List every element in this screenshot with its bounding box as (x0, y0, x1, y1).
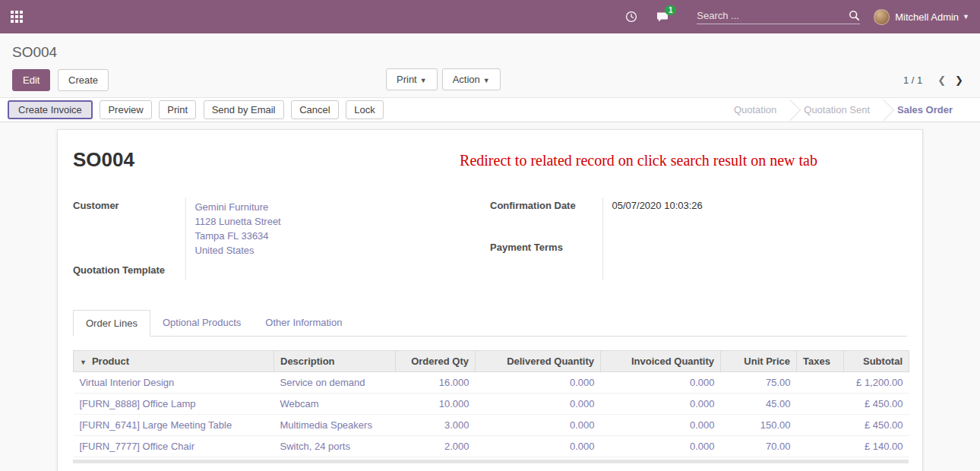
payment-terms-value (602, 239, 907, 281)
chevron-down-icon: ▼ (483, 77, 490, 84)
breadcrumb-title: SO004 (12, 44, 57, 60)
control-panel: Edit Create Print▼ Action▼ 1 / 1 ❮ ❯ (0, 67, 980, 97)
unit-price-cell: 70.00 (721, 436, 797, 457)
subtotal-cell: £ 450.00 (844, 415, 909, 436)
taxes-cell (797, 394, 844, 415)
product-cell[interactable]: [FURN_6741] Large Meeting Table (74, 415, 274, 436)
left-field-group: Customer Gemini Furniture 1128 Lunetta S… (73, 198, 490, 280)
activities-clock-icon[interactable] (625, 11, 637, 23)
table-row[interactable]: [FURN_7777] Office Chair Switch, 24 port… (74, 436, 909, 457)
breadcrumb: SO004 (0, 33, 980, 67)
tab-optional-products[interactable]: Optional Products (150, 310, 253, 337)
ordered-qty-cell: 2.000 (396, 436, 476, 457)
quotation-template-value (185, 262, 490, 280)
subtotal-cell: £ 1,200.00 (844, 372, 909, 394)
description-cell[interactable]: Service on demand (274, 372, 396, 394)
invoiced-qty-cell: 0.000 (601, 415, 721, 436)
stage-sales-order[interactable]: Sales Order (885, 104, 965, 115)
invoiced-qty-cell: 0.000 (601, 394, 721, 415)
delivered-qty-cell: 0.000 (476, 394, 601, 415)
user-menu[interactable]: Mitchell Admin ▼ (874, 9, 969, 25)
global-search (697, 10, 860, 24)
print-menu-label: Print (397, 74, 417, 85)
stage-quotation-sent[interactable]: Quotation Sent (792, 104, 882, 115)
column-header-subtotal[interactable]: Subtotal (844, 351, 909, 372)
description-cell[interactable]: Switch, 24 ports (274, 436, 396, 457)
ordered-qty-cell: 16.000 (396, 372, 476, 394)
print-menu-button[interactable]: Print▼ (386, 68, 438, 90)
table-row[interactable]: Virtual Interior Design Service on deman… (74, 372, 909, 394)
column-header-unit-price[interactable]: Unit Price (721, 351, 797, 372)
ordered-qty-cell: 3.000 (396, 415, 476, 436)
payment-terms-label: Payment Terms (490, 239, 602, 281)
messages-icon[interactable]: 1 (656, 11, 669, 23)
avatar (874, 9, 890, 25)
delivered-qty-cell: 0.000 (476, 415, 601, 436)
print-button[interactable]: Print (159, 100, 196, 119)
column-header-ordered-qty[interactable]: Ordered Qty (396, 351, 476, 372)
table-row[interactable]: [FURN_6741] Large Meeting Table Multimed… (74, 415, 909, 436)
status-pipeline: Quotation Quotation Sent Sales Order (722, 98, 980, 122)
send-by-email-button[interactable]: Send by Email (204, 100, 284, 119)
tab-order-lines[interactable]: Order Lines (73, 310, 150, 337)
unit-price-cell: 75.00 (721, 372, 797, 394)
preview-button[interactable]: Preview (100, 100, 151, 119)
invoiced-qty-cell: 0.000 (601, 372, 721, 394)
customer-name-link[interactable]: Gemini Furniture (195, 200, 491, 214)
column-header-product[interactable]: ▼Product (74, 351, 274, 372)
unit-price-cell: 45.00 (721, 394, 797, 415)
subtotal-cell: £ 450.00 (844, 394, 909, 415)
delivered-qty-cell: 0.000 (476, 436, 601, 457)
taxes-cell (797, 436, 844, 457)
order-lines-list: ▼Product Description Ordered Qty Deliver… (73, 350, 907, 463)
record-buttons: Edit Create (12, 69, 113, 91)
cancel-button[interactable]: Cancel (291, 100, 338, 119)
chevron-down-icon: ▼ (963, 13, 969, 21)
field-groups: Customer Gemini Furniture 1128 Lunetta S… (73, 198, 907, 280)
stage-arrow-icon (873, 99, 894, 120)
subtotal-cell: £ 140.00 (844, 436, 909, 457)
confirmation-date-label: Confirmation Date (490, 198, 602, 239)
statusbar-buttons: Create Invoice Preview Print Send by Ema… (8, 100, 388, 119)
product-cell[interactable]: Virtual Interior Design (74, 372, 274, 394)
apps-menu-icon[interactable] (11, 11, 23, 23)
column-header-delivered-quantity[interactable]: Delivered Quantity (476, 351, 601, 372)
table-header-row: ▼Product Description Ordered Qty Deliver… (74, 351, 909, 372)
action-menu-button[interactable]: Action▼ (442, 68, 501, 90)
product-cell[interactable]: [FURN_8888] Office Lamp (74, 394, 274, 415)
delivered-qty-cell: 0.000 (476, 372, 601, 394)
form-sheet: SO004 Redirect to related record on clic… (57, 129, 923, 471)
search-icon[interactable] (849, 10, 860, 21)
invoiced-qty-cell: 0.000 (601, 436, 721, 457)
search-input[interactable] (697, 10, 849, 21)
table-row[interactable]: [FURN_8888] Office Lamp Webcam 10.000 0.… (74, 394, 909, 415)
column-header-taxes[interactable]: Taxes (797, 351, 844, 372)
pager-next-button[interactable]: ❯ (950, 73, 968, 87)
customer-city: Tampa FL 33634 (195, 229, 491, 243)
create-invoice-button[interactable]: Create Invoice (8, 100, 93, 119)
column-header-product-label: Product (92, 356, 129, 367)
action-menus: Print▼ Action▼ (386, 68, 505, 90)
create-button[interactable]: Create (58, 69, 109, 91)
stage-arrow-icon (779, 99, 801, 120)
optional-columns-toggle-icon[interactable]: ▼ (80, 359, 87, 366)
customer-label: Customer (73, 198, 185, 262)
lock-button[interactable]: Lock (346, 100, 383, 119)
pager-counter: 1 / 1 (903, 74, 922, 86)
column-header-invoiced-quantity[interactable]: Invoiced Quantity (601, 351, 721, 372)
sheet-header: SO004 Redirect to related record on clic… (73, 148, 907, 172)
description-cell[interactable]: Multimedia Speakers (274, 415, 396, 436)
ordered-qty-cell: 10.000 (396, 394, 476, 415)
pager: 1 / 1 ❮ ❯ (903, 73, 968, 87)
message-count-badge: 1 (665, 5, 676, 15)
description-cell[interactable]: Webcam (274, 394, 396, 415)
product-cell[interactable]: [FURN_7777] Office Chair (74, 436, 274, 457)
pager-previous-button[interactable]: ❮ (933, 73, 950, 87)
annotation-note: Redirect to related record on click sear… (460, 152, 817, 169)
edit-button[interactable]: Edit (12, 69, 50, 91)
right-field-group: Confirmation Date 05/07/2020 10:03:26 Pa… (490, 198, 907, 280)
column-header-description[interactable]: Description (274, 351, 396, 372)
notebook-tabs: Order Lines Optional Products Other Info… (73, 309, 907, 337)
table-footer-strip (73, 460, 909, 463)
tab-other-information[interactable]: Other Information (253, 310, 354, 337)
